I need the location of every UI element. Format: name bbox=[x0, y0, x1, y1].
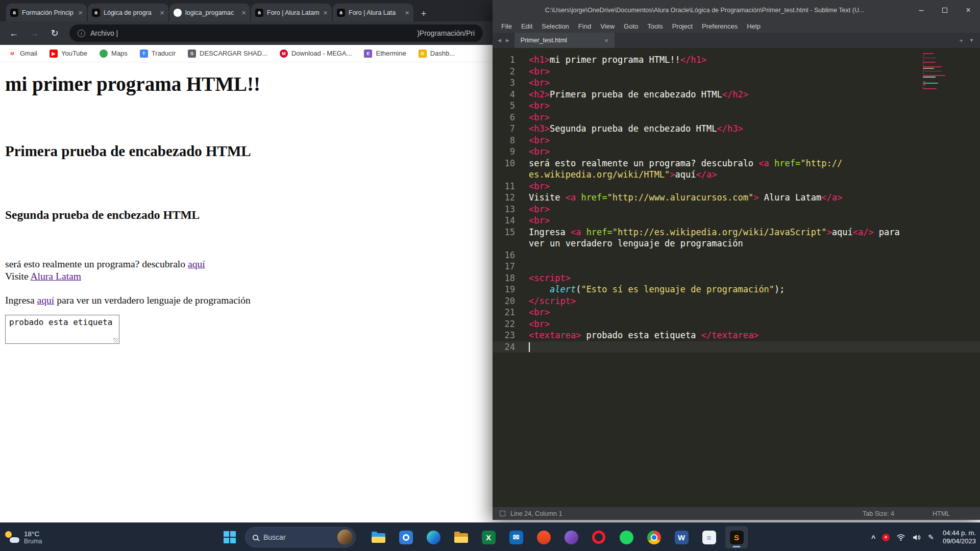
minimize-button[interactable]: – bbox=[910, 0, 933, 20]
browser-tab[interactable]: aLógica de progra× bbox=[88, 4, 168, 21]
code-row[interactable]: 4<h2>Primera prueba de encabezado HTML</… bbox=[493, 89, 980, 101]
taskbar-clock[interactable]: 04:44 p. m. 09/04/2023 bbox=[943, 529, 976, 546]
taskbar-file-explorer-icon[interactable] bbox=[367, 526, 389, 548]
tab-close-icon[interactable]: × bbox=[160, 8, 164, 17]
wifi-icon[interactable] bbox=[896, 534, 905, 541]
wikipedia-html-link[interactable]: aquí bbox=[188, 259, 205, 269]
menu-goto[interactable]: Goto bbox=[619, 22, 643, 30]
bookmark-traducir[interactable]: TTraducir bbox=[140, 49, 176, 58]
taskbar-mail-icon[interactable]: ✉ bbox=[505, 526, 527, 548]
code-row[interactable]: 19 alert("Esto sí es lenguaje de program… bbox=[493, 284, 980, 295]
tab-scroll-right-icon[interactable]: ▶ bbox=[506, 38, 509, 43]
page-textarea[interactable]: probado esta etiqueta bbox=[5, 315, 119, 344]
taskbar-visual-studio-icon[interactable] bbox=[560, 526, 582, 548]
minimap[interactable] bbox=[923, 53, 951, 91]
code-row[interactable]: 15Ingresa <a href="http://es.wikipedia.o… bbox=[493, 227, 980, 238]
tab-size-label[interactable]: Tab Size: 4 bbox=[863, 510, 894, 517]
menu-edit[interactable]: Edit bbox=[517, 22, 537, 30]
tab-close-icon[interactable]: × bbox=[405, 8, 409, 17]
code-row[interactable]: 9<br> bbox=[493, 146, 980, 158]
menu-selection[interactable]: Selection bbox=[537, 22, 573, 30]
menu-preferences[interactable]: Preferences bbox=[697, 22, 742, 30]
taskbar-photos-icon[interactable] bbox=[395, 526, 417, 548]
search-daily-image[interactable] bbox=[337, 530, 353, 545]
code-row[interactable]: 2<br> bbox=[493, 66, 980, 78]
page-info-icon[interactable]: i bbox=[78, 30, 85, 37]
code-row[interactable]: 3<br> bbox=[493, 77, 980, 89]
browser-tab[interactable]: aFormación Princip× bbox=[6, 4, 87, 21]
reload-button[interactable]: ↻ bbox=[46, 24, 63, 42]
browser-tab[interactable]: aForo | Alura Lata× bbox=[333, 4, 413, 21]
code-row[interactable]: 7<h3>Segunda prueba de encbezado HTML</h… bbox=[493, 123, 980, 135]
menu-tools[interactable]: Tools bbox=[643, 22, 667, 30]
browser-tab[interactable]: aForo | Alura Latam× bbox=[251, 4, 332, 21]
code-row[interactable]: 12Visite <a href="http://www.aluracursos… bbox=[493, 192, 980, 204]
code-editor[interactable]: 1<h1>mi primer programa HTML!!</h1>2<br>… bbox=[493, 48, 980, 507]
code-row[interactable]: 18<script> bbox=[493, 272, 980, 284]
menu-help[interactable]: Help bbox=[742, 22, 765, 30]
code-row[interactable]: 6<br> bbox=[493, 112, 980, 123]
tab-close-icon[interactable]: × bbox=[78, 8, 83, 17]
taskbar-notepad-icon[interactable]: ≡ bbox=[698, 526, 720, 548]
code-row[interactable]: 1<h1>mi primer programa HTML!!</h1> bbox=[493, 54, 980, 66]
taskbar-opera-icon[interactable] bbox=[587, 526, 610, 548]
taskbar-folder-icon[interactable] bbox=[450, 526, 472, 548]
taskbar-chrome-icon[interactable] bbox=[643, 526, 665, 548]
code-row[interactable]: 16 bbox=[493, 249, 980, 261]
bookmark-ethermine[interactable]: EEthermine bbox=[364, 49, 406, 58]
code-row[interactable]: 13<br> bbox=[493, 204, 980, 215]
volume-icon[interactable] bbox=[912, 534, 921, 541]
taskbar-excel-icon[interactable]: X bbox=[477, 526, 500, 548]
menu-project[interactable]: Project bbox=[668, 22, 697, 30]
start-button[interactable] bbox=[218, 526, 241, 548]
browser-tab[interactable]: logica_progamac× bbox=[169, 4, 250, 21]
code-row[interactable]: 11<br> bbox=[493, 181, 980, 192]
code-row[interactable]: ver un verdadero lenguaje de programació… bbox=[493, 238, 980, 249]
code-row[interactable]: 22<br> bbox=[493, 318, 980, 330]
code-row[interactable]: es.wikipedia.org/wiki/HTML">aquí</a> bbox=[493, 169, 980, 181]
bookmark-download-mega[interactable]: MDownload - MEGA... bbox=[280, 49, 352, 58]
address-bar[interactable]: i Archivo | )Programación/Pri bbox=[69, 24, 483, 42]
new-tab-button[interactable]: + bbox=[416, 6, 431, 21]
bookmark-maps[interactable]: Maps bbox=[100, 49, 128, 58]
code-row[interactable]: 24 bbox=[493, 341, 980, 353]
maximize-button[interactable] bbox=[933, 0, 957, 20]
tab-close-icon[interactable]: × bbox=[323, 8, 328, 17]
back-button[interactable]: ← bbox=[5, 24, 22, 42]
pen-icon[interactable]: ✎ bbox=[928, 533, 934, 541]
taskbar-search[interactable]: Buscar bbox=[245, 527, 356, 547]
vintage-mode-icon[interactable] bbox=[500, 511, 505, 516]
textarea-resize-handle[interactable] bbox=[113, 338, 118, 343]
bookmark-descargar-shad[interactable]: SDESCARGAR SHAD... bbox=[188, 49, 267, 58]
bookmark-youtube[interactable]: ▶YouTube bbox=[50, 49, 87, 58]
sync-error-icon[interactable]: × bbox=[882, 534, 890, 541]
code-row[interactable]: 23<textarea> probado esta etiqueta </tex… bbox=[493, 330, 980, 341]
menu-view[interactable]: View bbox=[596, 22, 619, 30]
code-row[interactable]: 20</script> bbox=[493, 295, 980, 307]
new-tab-plus-icon[interactable]: + bbox=[959, 37, 963, 44]
alura-latam-link[interactable]: Alura Latam bbox=[30, 271, 81, 282]
bookmark-gmail[interactable]: MGmail bbox=[8, 49, 37, 58]
tab-close-icon[interactable]: × bbox=[241, 8, 246, 17]
syntax-label[interactable]: HTML bbox=[933, 510, 950, 517]
weather-widget[interactable]: 18°C Bruma bbox=[5, 523, 42, 551]
taskbar-edge-icon[interactable] bbox=[422, 526, 445, 548]
close-button[interactable]: × bbox=[957, 0, 980, 20]
code-row[interactable]: 21<br> bbox=[493, 307, 980, 318]
tab-overflow-chevron-icon[interactable]: ▼ bbox=[969, 38, 974, 43]
menu-find[interactable]: Find bbox=[574, 22, 596, 30]
taskbar-brave-icon[interactable] bbox=[532, 526, 555, 548]
taskbar-sublime-text-icon[interactable]: S bbox=[725, 526, 748, 548]
tray-chevron-icon[interactable]: ^ bbox=[871, 534, 875, 542]
forward-button[interactable]: → bbox=[26, 24, 43, 42]
taskbar-spotify-icon[interactable] bbox=[615, 526, 638, 548]
code-row[interactable]: 14<br> bbox=[493, 215, 980, 227]
sublime-title-bar[interactable]: C:\Users\jorge\OneDrive\Documentos\Alura… bbox=[493, 0, 980, 20]
code-row[interactable]: 17 bbox=[493, 261, 980, 272]
code-row[interactable]: 10será esto realmente un programa? descu… bbox=[493, 158, 980, 169]
bookmark-dashboard[interactable]: DDashb... bbox=[419, 49, 455, 58]
taskbar-word-icon[interactable]: W bbox=[670, 526, 693, 548]
editor-tab-close-icon[interactable]: × bbox=[604, 37, 608, 44]
editor-tab[interactable]: Primer_test.html × bbox=[514, 33, 615, 48]
tab-scroll-left-icon[interactable]: ◀ bbox=[498, 38, 501, 43]
